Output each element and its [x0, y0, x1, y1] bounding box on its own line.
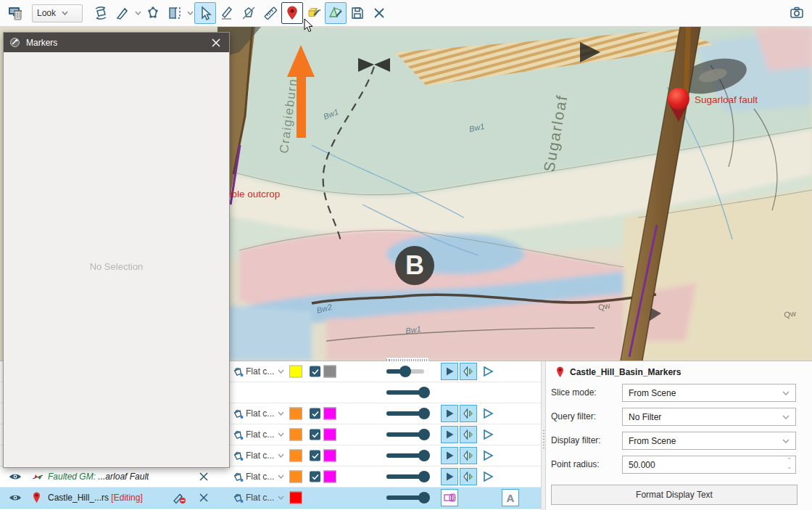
texture-button[interactable] — [441, 489, 458, 506]
spinner-arrows[interactable]: ⌃⌄ — [787, 458, 792, 470]
secondary-color-swatch[interactable] — [323, 471, 336, 483]
shading-bucket-icon — [232, 471, 244, 483]
color-swatch[interactable] — [289, 492, 302, 504]
play-outline-button[interactable] — [479, 447, 497, 464]
properties-title: Castle_Hill_Basin_Markers — [570, 367, 681, 377]
cylinder-icon — [444, 493, 456, 503]
shape-row-castle-hill-markers[interactable]: Castle_Hill_...rs [Editing] Flat c... A — [0, 488, 541, 509]
polygon-tool[interactable] — [142, 2, 164, 24]
color-swatch[interactable] — [289, 450, 302, 462]
play-outline-icon — [482, 366, 494, 377]
flip-faces-button[interactable] — [460, 447, 477, 464]
display-filter-dropdown[interactable]: From Scene — [622, 432, 796, 450]
opacity-slider[interactable] — [386, 387, 424, 398]
marker-pin-icon — [32, 492, 41, 503]
marker-label-sugarloaf-fault: Sugarloaf fault — [695, 94, 758, 105]
secondary-color-swatch[interactable] — [323, 429, 336, 441]
format-display-text-button[interactable]: Format Display Text — [551, 485, 798, 505]
shading-mode-dropdown[interactable]: Flat c... — [246, 366, 284, 377]
legend-checkbox[interactable] — [310, 429, 320, 440]
point-radius-input[interactable]: 50.000 ⌃⌄ — [622, 456, 796, 474]
select-tool[interactable] — [194, 2, 216, 24]
legend-checkbox[interactable] — [310, 472, 320, 482]
play-outline-button[interactable] — [479, 405, 497, 422]
opacity-slider[interactable] — [386, 366, 424, 377]
panel-splitter[interactable] — [541, 361, 546, 510]
check-icon — [312, 474, 319, 480]
color-swatch[interactable] — [289, 366, 302, 378]
display-filter-label: Display filter: — [551, 435, 601, 445]
play-button[interactable] — [441, 405, 458, 422]
remove-from-scene-button[interactable] — [199, 472, 209, 482]
slice-mode-dropdown[interactable]: From Scene — [622, 384, 796, 402]
shape-row-faulted-gm[interactable]: Faulted GM: ...arloaf Fault Flat c... — [0, 466, 541, 488]
opacity-slider[interactable] — [386, 408, 424, 419]
marker-pin-icon — [555, 366, 565, 378]
secondary-color-swatch[interactable] — [323, 366, 336, 378]
color-swatch[interactable] — [289, 429, 302, 441]
secondary-color-swatch[interactable] — [323, 450, 336, 462]
look-dropdown[interactable]: Look — [32, 4, 83, 22]
visibility-eye-icon[interactable] — [9, 493, 22, 502]
legend-checkbox[interactable] — [310, 408, 320, 419]
play-outline-button[interactable] — [479, 426, 497, 443]
marker-pin-tool[interactable] — [281, 2, 303, 24]
shading-mode-dropdown[interactable]: Flat c... — [246, 472, 284, 482]
query-filter-label: Query filter: — [551, 411, 596, 421]
slice-box-dropdown[interactable] — [186, 3, 194, 23]
flip-faces-button[interactable] — [460, 426, 477, 443]
ruler-tool[interactable] — [260, 2, 281, 24]
opacity-slider[interactable] — [386, 471, 424, 482]
play-button[interactable] — [441, 363, 458, 380]
camera-button[interactable] — [786, 2, 808, 24]
shading-bucket-icon — [232, 366, 244, 378]
opacity-slider[interactable] — [386, 450, 424, 461]
rotate-plane-tool[interactable] — [90, 2, 112, 24]
flip-faces-button[interactable] — [460, 363, 477, 380]
play-icon — [444, 408, 455, 419]
clear-scene-button[interactable] — [4, 2, 26, 24]
query-filter-dropdown[interactable]: No Filter — [622, 408, 796, 426]
opacity-slider[interactable] — [386, 492, 424, 503]
visibility-eye-icon[interactable] — [9, 472, 22, 481]
flip-faces-icon — [463, 472, 474, 482]
draw-slicer-dropdown[interactable] — [133, 3, 142, 23]
shading-mode-dropdown[interactable]: Flat c... — [246, 451, 284, 461]
opacity-slider[interactable] — [386, 429, 424, 440]
flip-faces-button[interactable] — [460, 468, 477, 485]
close-edit-button[interactable] — [368, 2, 390, 24]
save-button[interactable] — [347, 2, 368, 24]
play-button[interactable] — [441, 468, 458, 485]
color-swatch[interactable] — [289, 471, 302, 483]
play-button[interactable] — [441, 447, 458, 464]
play-outline-icon — [482, 450, 494, 461]
stop-editing-button[interactable] — [173, 492, 186, 504]
chevron-down-icon — [278, 495, 284, 500]
flip-faces-button[interactable] — [460, 405, 477, 422]
chevron-down-icon — [187, 11, 194, 15]
play-button[interactable] — [441, 426, 458, 443]
shading-mode-dropdown[interactable]: Flat c... — [246, 493, 284, 503]
shading-mode-dropdown[interactable]: Flat c... — [246, 429, 284, 440]
flip-faces-icon — [463, 408, 474, 419]
legend-checkbox[interactable] — [310, 451, 320, 461]
legend-checkbox[interactable] — [310, 366, 320, 377]
markers-window-titlebar[interactable]: Markers — [4, 33, 229, 52]
secondary-color-swatch[interactable] — [323, 408, 336, 420]
draw-slicer-tool[interactable] — [112, 2, 133, 24]
format-text-button[interactable]: A — [502, 489, 519, 506]
play-outline-button[interactable] — [479, 468, 497, 485]
polygon-slash-tool[interactable] — [238, 2, 260, 24]
shading-mode-dropdown[interactable]: Flat c... — [246, 408, 284, 419]
draw-line-tool[interactable] — [216, 2, 238, 24]
marker-properties-panel: Castle_Hill_Basin_Markers Slice mode: Fr… — [546, 361, 812, 510]
remove-from-scene-button[interactable] — [199, 493, 209, 503]
letter-a-icon: A — [507, 492, 515, 504]
color-swatch[interactable] — [289, 408, 302, 420]
edit-mesh-tool[interactable] — [325, 2, 347, 24]
markers-window-close-button[interactable] — [209, 36, 223, 50]
flip-faces-icon — [463, 366, 474, 377]
play-outline-button[interactable] — [479, 363, 497, 380]
slice-box-tool[interactable] — [164, 2, 186, 24]
slice-mode-label: Slice mode: — [551, 387, 597, 398]
